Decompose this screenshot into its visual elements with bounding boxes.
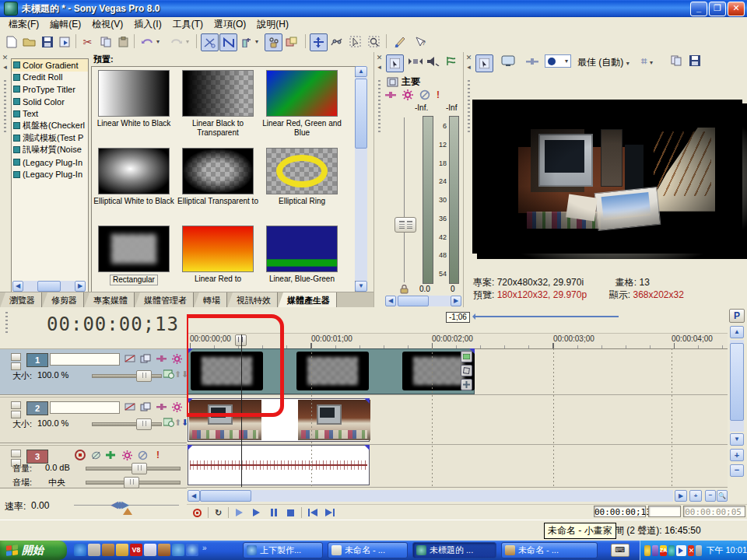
preset-thumbnail[interactable] <box>98 226 170 272</box>
book-icon[interactable] <box>158 544 170 556</box>
track-number-badge[interactable]: 2 <box>26 401 48 415</box>
solo-icon[interactable]: ! <box>153 450 163 460</box>
insert-fx-icon[interactable] <box>446 56 457 66</box>
record-arm-icon[interactable] <box>75 450 86 460</box>
track-pan-value[interactable]: 中央 <box>48 477 65 488</box>
bypass-motion-blur-icon[interactable] <box>124 353 135 364</box>
loop-playback-button[interactable]: ↻ <box>211 506 226 519</box>
scroll-down-icon[interactable]: ▼ <box>730 433 744 446</box>
rate-value[interactable]: 0.00 <box>31 500 49 511</box>
start-button[interactable]: 開始 <box>0 541 67 560</box>
zoom-in-time-icon[interactable]: + <box>689 490 702 502</box>
preset-item[interactable]: Elliptical Transparent to <box>177 148 258 206</box>
menu-edit[interactable]: 編輯(E) <box>44 16 86 33</box>
cut-icon[interactable]: ✂ <box>79 33 96 50</box>
generator-item[interactable]: Solid Color <box>12 96 88 108</box>
track-size-value[interactable]: 100.0 % <box>37 370 68 380</box>
new-project-icon[interactable] <box>3 33 19 50</box>
tray-icon-2[interactable] <box>652 545 658 556</box>
generator-item[interactable]: 訊噪材質(Noise <box>12 144 88 156</box>
timeline-big-time[interactable]: 00:00:00;13 <box>47 313 179 335</box>
mute-icon[interactable] <box>419 89 430 100</box>
event-generated-media-icon[interactable] <box>461 379 472 390</box>
preview-properties-icon[interactable] <box>475 54 493 72</box>
preset-thumbnail[interactable] <box>182 148 254 194</box>
preview-quality-select[interactable]: 最佳 (自動) ▾ <box>577 56 630 69</box>
compositing-mode-icon[interactable] <box>156 401 167 412</box>
timeline-hscrollbar[interactable]: ◀ ▶ + − 🔍 <box>187 488 728 504</box>
pan-mode-icon[interactable] <box>106 450 117 460</box>
ie-icon[interactable] <box>74 544 86 556</box>
track-motion-icon[interactable] <box>140 401 151 412</box>
browser-icon[interactable] <box>172 544 184 556</box>
menu-insert[interactable]: 插入(I) <box>128 16 167 33</box>
scroll-up-icon[interactable]: ▲ <box>730 326 744 338</box>
generator-item[interactable]: ProType Titler <box>12 83 88 96</box>
snap-toggle-icon[interactable] <box>201 33 219 51</box>
chevron-icon[interactable]: » <box>202 544 207 556</box>
timeline-area[interactable]: -1;06 00:00:00;00 00:00:01;00 00:00:02;0… <box>187 307 728 488</box>
arrow-up-icon[interactable]: ⬆ <box>174 418 181 428</box>
generator-item[interactable]: (Legacy Plug-In <box>12 156 88 169</box>
normal-edit-tool-icon[interactable] <box>310 33 328 51</box>
paste-icon[interactable] <box>115 33 132 50</box>
slider-handle[interactable] <box>136 418 152 430</box>
downmix-icon[interactable] <box>409 57 423 66</box>
event-fade-type-icon[interactable] <box>163 369 174 379</box>
ignore-grouping-icon[interactable] <box>283 33 300 50</box>
auto-ripple-icon[interactable] <box>238 33 254 50</box>
outlook-icon[interactable] <box>88 544 100 556</box>
play-from-start-button[interactable] <box>232 506 247 519</box>
preset-item[interactable]: Elliptical Ring <box>261 148 342 206</box>
scroll-up-icon[interactable]: ▲ <box>355 66 367 77</box>
slider-handle[interactable] <box>124 477 139 488</box>
compositing-mode-icon[interactable] <box>156 353 167 364</box>
save-icon[interactable] <box>39 33 55 50</box>
preset-thumbnail[interactable] <box>266 148 338 194</box>
record-button[interactable] <box>190 506 205 519</box>
generator-item[interactable]: Credit Roll <box>12 72 88 84</box>
generator-item[interactable]: Color Gradient <box>12 59 88 72</box>
copy-frame-icon[interactable] <box>671 55 682 66</box>
bypass-motion-blur-icon[interactable] <box>124 401 135 412</box>
mixer-grip[interactable]: ✕ ◂ <box>374 54 384 147</box>
selection-end-display[interactable] <box>648 506 681 517</box>
event-pan-crop-icon[interactable] <box>461 365 472 376</box>
slider-handle[interactable] <box>136 370 152 382</box>
preset-item[interactable]: Linear Red to <box>177 226 258 284</box>
tab-media-generators[interactable]: 媒體產生器 <box>278 292 337 308</box>
generator-item[interactable]: (Legacy Plug-In <box>12 168 88 180</box>
tab-video-fx[interactable]: 視訊特效 <box>227 292 278 308</box>
preset-thumbnail[interactable] <box>266 70 338 117</box>
preview-collapse-icon[interactable]: ◂ <box>464 63 474 71</box>
compositing-icon[interactable] <box>385 92 396 98</box>
zoom-in-vertical-icon[interactable]: + <box>730 449 744 461</box>
zonealarm-icon[interactable]: ZA <box>660 545 667 556</box>
preset-item[interactable]: Linear, Blue-Green <box>261 226 342 284</box>
preset-item[interactable]: Rectangular <box>93 226 174 285</box>
render-as-icon[interactable] <box>57 33 73 50</box>
preset-thumbnail[interactable] <box>98 148 170 194</box>
track-header-1[interactable]: 1 ! 大小: 100.0 % ⬆ ⬇ <box>0 348 187 395</box>
tray-icon-7[interactable] <box>696 545 702 556</box>
track-motion-icon[interactable] <box>140 353 151 364</box>
slider-handle[interactable] <box>132 463 147 474</box>
open-icon[interactable] <box>21 33 37 50</box>
taskbar-window-2[interactable]: 未命名 - ... <box>328 542 408 558</box>
track-number-badge[interactable]: 3 <box>26 450 48 464</box>
redo-icon[interactable] <box>168 33 184 50</box>
scroll-left-icon[interactable]: ◀ <box>188 490 200 502</box>
zoom-tool-icon[interactable] <box>366 33 382 50</box>
scroll-right-icon[interactable]: ▶ <box>451 296 461 306</box>
tray-play-icon[interactable] <box>676 545 686 556</box>
menu-view[interactable]: 檢視(V) <box>86 16 128 33</box>
menu-tools[interactable]: 工具(T) <box>167 16 209 33</box>
taskbar-window-3-active[interactable]: 未標題的 ... <box>412 542 496 558</box>
undo-icon[interactable] <box>139 33 155 50</box>
generator-item[interactable]: 棋盤格(Checkerl <box>12 120 88 132</box>
taskbar-window-1[interactable]: 上下製作... <box>243 542 323 558</box>
pen-tool-icon[interactable] <box>391 33 408 50</box>
taskbar-window-4[interactable]: 未命名 - ... <box>501 542 598 558</box>
play-button[interactable] <box>249 506 264 519</box>
tab-media-manager[interactable]: 媒體管理者 <box>135 292 194 308</box>
